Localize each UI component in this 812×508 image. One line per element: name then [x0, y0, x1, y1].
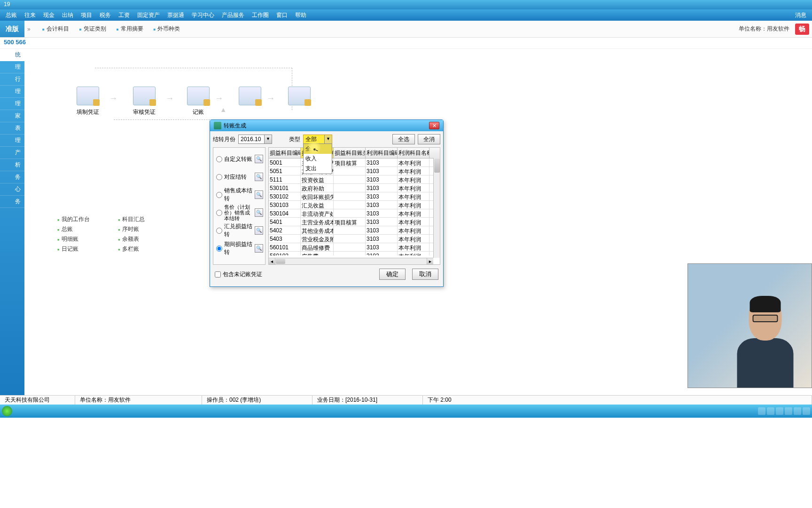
scrollbar-thumb[interactable] [434, 159, 440, 173]
menu-item[interactable]: 票据通 [164, 10, 188, 21]
dropdown-option[interactable]: 收入 [304, 154, 332, 164]
link-item[interactable]: 日记账 [57, 245, 90, 253]
link-item[interactable]: 我的工作台 [57, 215, 90, 223]
table-row[interactable]: 530101政府补助3103本年利润 [269, 184, 440, 192]
sidenav-item[interactable]: 理 [0, 98, 24, 110]
sidenav-item[interactable]: 理 [0, 135, 24, 147]
col-header[interactable]: 利润科目名称 [398, 148, 429, 158]
menu-item[interactable]: 工资 [115, 10, 133, 21]
table-row[interactable]: 560102广告费3103本年利润 [269, 252, 440, 255]
sidenav-item[interactable]: 务 [0, 171, 24, 183]
sidenav-item[interactable]: 心 [0, 183, 24, 196]
sidenav-item[interactable]: 析 [0, 159, 24, 171]
menu-item[interactable]: 产品服务 [218, 10, 248, 21]
subnav-item[interactable]: 外币种类 [154, 25, 180, 33]
dropdown-option[interactable]: 全部 [304, 144, 332, 154]
select-all-button[interactable]: 全选 [392, 134, 415, 144]
table-row[interactable]: 5001主营业务收入项目核算3103本年利润 [269, 159, 440, 167]
search-icon[interactable]: 🔍 [255, 190, 263, 199]
dropdown-arrow-icon[interactable]: ▼ [324, 135, 332, 143]
search-icon[interactable]: 🔍 [255, 155, 263, 163]
menu-item[interactable]: 项目 [77, 10, 96, 21]
tray-icon[interactable] [794, 407, 801, 415]
dropdown-option[interactable]: 支出 [304, 164, 332, 174]
ok-button[interactable]: 确定 [379, 269, 406, 280]
subnav-item[interactable]: 常用摘要 [117, 25, 143, 33]
search-icon[interactable]: 🔍 [255, 173, 263, 181]
radio-exchange[interactable] [216, 228, 222, 234]
flow-node[interactable] [283, 87, 316, 108]
flow-node[interactable]: 记账 [182, 87, 215, 116]
table-row[interactable]: 530102收回坏账损失3103本年利润 [269, 192, 440, 201]
table-row[interactable]: 530104非流动资产处3103本年利润 [269, 209, 440, 218]
grid-body[interactable]: 5001主营业务收入项目核算3103本年利润5051其他业务收入3103本年利润… [269, 159, 440, 255]
dialog-titlebar[interactable]: 转账生成 ✕ [210, 120, 443, 131]
tray-icon[interactable] [803, 407, 810, 415]
checkbox-input[interactable] [215, 271, 221, 278]
table-row[interactable]: 530103汇兑收益3103本年利润 [269, 201, 440, 209]
scroll-right-icon[interactable]: ► [427, 258, 433, 264]
menu-item[interactable]: 税务 [96, 10, 115, 21]
col-header[interactable]: 利润科目编码 [366, 148, 398, 158]
menu-item[interactable]: 工作圈 [248, 10, 273, 21]
table-row[interactable]: 5051其他业务收入3103本年利润 [269, 167, 440, 175]
menu-item[interactable]: 总账 [2, 10, 21, 21]
radio-sales-cost[interactable] [216, 192, 222, 198]
flow-node[interactable] [234, 87, 266, 108]
month-combo[interactable]: ▼ [238, 135, 272, 144]
col-header[interactable]: 损益科目编码 [269, 148, 301, 158]
sidenav-item[interactable]: 行 [0, 73, 24, 86]
subnav-item[interactable]: 会计科目 [42, 25, 69, 33]
sidebar-toggle-icon[interactable]: » [24, 26, 33, 32]
sidenav-item[interactable]: 统 [0, 49, 24, 61]
link-item[interactable]: 序时账 [118, 225, 145, 233]
table-row[interactable]: 5111投资收益3103本年利润 [269, 175, 440, 184]
tray-icon[interactable] [767, 407, 774, 415]
close-button[interactable]: ✕ [429, 122, 439, 129]
flow-node[interactable]: 填制凭证 [71, 87, 104, 116]
radio-custom[interactable] [216, 156, 222, 162]
sidenav-item[interactable]: 理 [0, 86, 24, 98]
sidenav-item[interactable]: 家 [0, 110, 24, 122]
sidenav-item[interactable]: 务 [0, 196, 24, 208]
menu-item[interactable]: 出纳 [58, 10, 77, 21]
scroll-left-icon[interactable]: ◄ [269, 258, 275, 264]
sidenav-item[interactable]: 表 [0, 122, 24, 135]
message-link[interactable]: 消息 [791, 10, 810, 21]
os-taskbar[interactable] [0, 405, 812, 418]
sidenav-item[interactable]: 理 [0, 61, 24, 73]
search-icon[interactable]: 🔍 [255, 244, 263, 253]
table-row[interactable]: 5403营业税金及附3103本年利润 [269, 235, 440, 243]
menu-item[interactable]: 现金 [39, 10, 58, 21]
menu-item[interactable]: 固定资产 [133, 10, 164, 21]
menu-item[interactable]: 窗口 [273, 10, 291, 21]
link-item[interactable]: 总账 [57, 225, 90, 233]
subnav-item[interactable]: 凭证类别 [79, 25, 106, 33]
radio-price-cost[interactable] [216, 210, 222, 216]
cancel-button[interactable]: 取消 [412, 269, 438, 280]
tray-icon[interactable] [758, 407, 765, 415]
vertical-scrollbar[interactable] [433, 158, 440, 258]
start-button-icon[interactable] [2, 406, 12, 416]
select-none-button[interactable]: 全消 [418, 134, 440, 144]
menu-item[interactable]: 往来 [21, 10, 39, 21]
tray-icon[interactable] [776, 407, 783, 415]
link-item[interactable]: 多栏账 [118, 245, 145, 253]
horizontal-scrollbar[interactable]: ◄ ► [269, 258, 433, 264]
flow-node[interactable]: 审核凭证 [128, 87, 161, 116]
menu-item[interactable]: 帮助 [291, 10, 310, 21]
type-combo[interactable]: ▼ 全部 收入 支出 [303, 135, 332, 144]
link-item[interactable]: 科目汇总 [118, 215, 145, 223]
scrollbar-thumb[interactable] [276, 259, 285, 264]
sidenav-item[interactable]: 产 [0, 147, 24, 159]
search-icon[interactable]: 🔍 [255, 226, 263, 235]
dropdown-arrow-icon[interactable]: ▼ [264, 135, 272, 143]
link-item[interactable]: 明细账 [57, 235, 90, 243]
table-row[interactable]: 5402其他业务成本3103本年利润 [269, 226, 440, 235]
include-unposted-checkbox[interactable]: 包含未记账凭证 [215, 270, 262, 278]
table-row[interactable]: 5401主营业务成本项目核算3103本年利润 [269, 218, 440, 226]
table-row[interactable]: 560101商品维修费3103本年利润 [269, 243, 440, 252]
link-item[interactable]: 余额表 [118, 235, 145, 243]
col-header[interactable]: 损益科目账类 [334, 148, 366, 158]
radio-period-profit[interactable] [216, 246, 222, 252]
